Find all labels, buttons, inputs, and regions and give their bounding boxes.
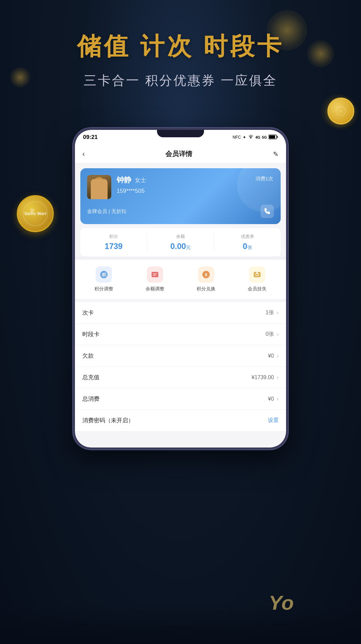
total-consume-label: 总消费 <box>82 395 99 403</box>
svg-rect-6 <box>269 135 275 138</box>
edit-button[interactable]: ✎ <box>273 150 279 158</box>
member-name: 钟静 <box>117 175 131 185</box>
total-recharge-label: 总充值 <box>82 373 99 381</box>
total-recharge-value: ¥1739.00 <box>251 374 274 381</box>
divider-1 <box>75 256 286 260</box>
stats-row: 积分 1739 余额 0.00元 优惠券 0张 <box>80 228 281 256</box>
member-call-button[interactable] <box>260 205 274 218</box>
signal-5g-icon: 5G <box>262 135 267 139</box>
svg-rect-9 <box>152 272 158 277</box>
total-consume-value: ¥0 <box>268 396 274 402</box>
time-card-right: 0张 › <box>266 331 279 338</box>
stat-coupons: 优惠券 0张 <box>214 234 281 251</box>
stat-coupons-value: 0张 <box>214 242 281 251</box>
svg-rect-5 <box>277 136 278 138</box>
coin-left-label: Sams Mart <box>24 211 46 217</box>
phone-screen: ‹ 会员详情 ✎ 钟静 女士 159****505 <box>75 145 286 448</box>
password-set-button[interactable]: 设置 <box>268 417 279 424</box>
chevron-icon-4: › <box>277 374 279 381</box>
action-points-adjust[interactable]: 积 积分调整 <box>78 266 129 292</box>
yo-text: Yo <box>269 591 294 614</box>
card-lost-icon <box>249 266 265 283</box>
phone-shell: 09:21 NFC ✦ 4G 5G <box>73 128 288 450</box>
points-adjust-icon: 积 <box>96 266 112 283</box>
action-card-lost[interactable]: 会员挂失 <box>232 266 283 292</box>
list-item-time-card[interactable]: 时段卡 0张 › <box>75 324 286 345</box>
stat-points-label: 积分 <box>80 234 147 240</box>
phone-mockup: 09:21 NFC ✦ 4G 5G <box>73 128 288 450</box>
time-card-label: 时段卡 <box>82 330 99 338</box>
total-recharge-right: ¥1739.00 › <box>251 374 279 381</box>
password-label: 消费密码（未开启） <box>82 417 134 424</box>
points-exchange-icon: ¥ <box>198 266 214 283</box>
stat-balance-unit: 元 <box>186 245 191 250</box>
member-phone: 159****505 <box>117 188 274 194</box>
bottom-overlay <box>0 604 361 644</box>
svg-text:积: 积 <box>102 272 107 277</box>
member-card: 钟静 女士 159****505 消费1次 金牌会员 | 无折扣 <box>80 168 281 224</box>
list-section: 次卡 1张 › 时段卡 0张 › 欠款 ¥0 <box>75 302 286 431</box>
action-grid: 积 积分调整 余额调整 <box>75 260 286 299</box>
status-notch <box>157 130 204 137</box>
svg-text:¥: ¥ <box>205 272 207 277</box>
points-exchange-label: 积分兑换 <box>197 286 215 292</box>
coin-decoration-left: Sams Mart <box>17 195 54 232</box>
count-card-label: 次卡 <box>82 309 94 317</box>
list-item-count-card[interactable]: 次卡 1张 › <box>75 302 286 324</box>
count-card-right: 1张 › <box>266 309 279 316</box>
chevron-icon-2: › <box>277 331 279 338</box>
list-item-total-recharge[interactable]: 总充值 ¥1739.00 › <box>75 367 286 388</box>
member-avatar <box>87 175 111 199</box>
action-balance-adjust[interactable]: 余额调整 <box>129 266 180 292</box>
nfc-icon: NFC <box>233 135 241 140</box>
member-info: 钟静 女士 159****505 <box>117 175 274 194</box>
chevron-icon-1: › <box>277 309 279 316</box>
member-card-top: 钟静 女士 159****505 <box>87 175 274 199</box>
stat-points: 积分 1739 <box>80 234 147 251</box>
list-item-password[interactable]: 消费密码（未开启） 设置 <box>75 410 286 431</box>
points-adjust-label: 积分调整 <box>94 286 113 292</box>
stat-points-value: 1739 <box>80 242 147 251</box>
list-item-debt[interactable]: 欠款 ¥0 › <box>75 345 286 367</box>
hero-section: 储值 计次 时段卡 三卡合一 积分优惠券 一应俱全 <box>0 30 361 89</box>
balance-adjust-icon <box>147 266 163 283</box>
list-item-total-consume[interactable]: 总消费 ¥0 › <box>75 388 286 410</box>
member-level: 金牌会员 | 无折扣 <box>87 208 126 215</box>
count-card-value: 1张 <box>266 309 274 316</box>
wifi-icon <box>248 135 254 140</box>
debt-value: ¥0 <box>268 353 274 359</box>
action-points-exchange[interactable]: ¥ 积分兑换 <box>180 266 232 292</box>
bluetooth-icon: ✦ <box>243 135 246 140</box>
status-time: 09:21 <box>83 134 97 141</box>
status-icons: NFC ✦ 4G 5G <box>233 135 278 140</box>
time-card-value: 0张 <box>266 331 274 338</box>
svg-text:¥: ¥ <box>340 109 342 113</box>
hero-subtitle: 三卡合一 积分优惠券 一应俱全 <box>0 72 361 89</box>
stat-balance: 余额 0.00元 <box>147 234 214 251</box>
battery-icon <box>269 135 278 140</box>
stat-coupons-label: 优惠券 <box>214 234 281 240</box>
nav-bar: ‹ 会员详情 ✎ <box>75 145 286 164</box>
password-right: 设置 <box>268 417 279 424</box>
debt-right: ¥0 › <box>268 352 279 359</box>
back-button[interactable]: ‹ <box>82 150 85 158</box>
coin-decoration-top-right: ¥ <box>327 98 354 124</box>
balance-adjust-label: 余额调整 <box>146 286 164 292</box>
chevron-icon-3: › <box>277 352 279 359</box>
stat-balance-label: 余额 <box>147 234 214 240</box>
stat-balance-value: 0.00元 <box>147 242 214 251</box>
status-bar: 09:21 NFC ✦ 4G 5G <box>75 130 286 145</box>
avatar-body <box>91 179 108 199</box>
hero-title: 储值 计次 时段卡 <box>0 30 361 63</box>
debt-label: 欠款 <box>82 352 94 360</box>
total-consume-right: ¥0 › <box>268 395 279 402</box>
member-consume-count: 消费1次 <box>255 176 273 182</box>
member-name-row: 钟静 女士 <box>117 175 274 185</box>
signal-4g-icon: 4G <box>255 135 260 139</box>
chevron-icon-5: › <box>277 395 279 402</box>
card-lost-label: 会员挂失 <box>248 286 267 292</box>
svg-rect-14 <box>254 272 260 277</box>
page-title: 会员详情 <box>165 149 192 158</box>
member-gender: 女士 <box>135 176 146 184</box>
stat-coupons-unit: 张 <box>247 245 252 250</box>
